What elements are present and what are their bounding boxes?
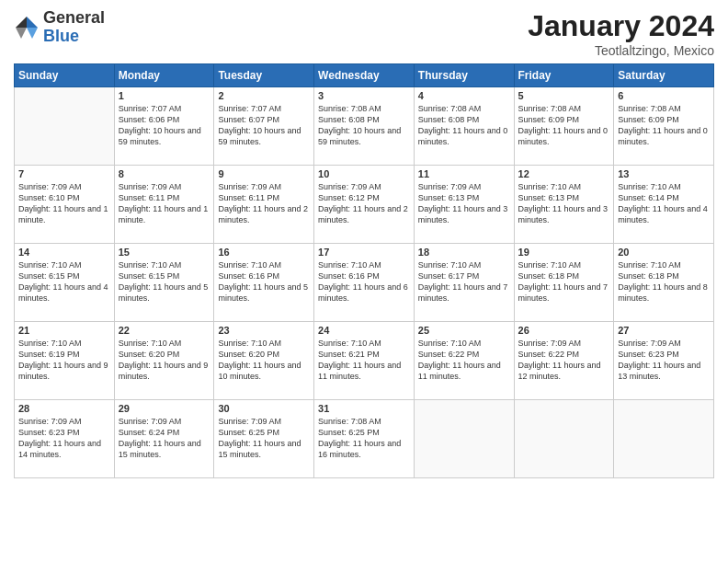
- table-row: 6Sunrise: 7:08 AM Sunset: 6:09 PM Daylig…: [614, 87, 714, 166]
- svg-marker-0: [27, 17, 38, 28]
- table-row: 7Sunrise: 7:09 AM Sunset: 6:10 PM Daylig…: [15, 166, 115, 244]
- day-number: 7: [18, 168, 110, 179]
- day-info: Sunrise: 7:10 AM Sunset: 6:14 PM Dayligh…: [618, 181, 710, 226]
- day-number: 3: [318, 90, 410, 101]
- day-info: Sunrise: 7:08 AM Sunset: 6:08 PM Dayligh…: [318, 103, 410, 148]
- day-info: Sunrise: 7:10 AM Sunset: 6:17 PM Dayligh…: [418, 259, 510, 304]
- day-info: Sunrise: 7:09 AM Sunset: 6:23 PM Dayligh…: [618, 338, 710, 383]
- day-number: 4: [418, 90, 510, 101]
- table-row: 10Sunrise: 7:09 AM Sunset: 6:12 PM Dayli…: [314, 166, 415, 244]
- table-row: [514, 400, 614, 478]
- title-location: Teotlaltzingo, Mexico: [528, 43, 714, 58]
- table-row: 11Sunrise: 7:09 AM Sunset: 6:13 PM Dayli…: [414, 166, 514, 244]
- day-number: 27: [618, 325, 710, 336]
- day-number: 13: [618, 168, 710, 179]
- logo-general: General: [43, 9, 105, 28]
- table-row: [414, 400, 514, 478]
- table-row: 19Sunrise: 7:10 AM Sunset: 6:18 PM Dayli…: [514, 244, 614, 322]
- day-info: Sunrise: 7:07 AM Sunset: 6:06 PM Dayligh…: [119, 103, 210, 148]
- table-row: 4Sunrise: 7:08 AM Sunset: 6:08 PM Daylig…: [414, 87, 514, 166]
- day-info: Sunrise: 7:10 AM Sunset: 6:18 PM Dayligh…: [518, 259, 610, 304]
- day-number: 24: [318, 325, 410, 336]
- table-row: [614, 400, 714, 478]
- page: General Blue January 2024 Teotlaltzingo,…: [0, 0, 728, 563]
- table-row: 5Sunrise: 7:08 AM Sunset: 6:09 PM Daylig…: [514, 87, 614, 166]
- logo-blue: Blue: [43, 28, 105, 46]
- day-info: Sunrise: 7:08 AM Sunset: 6:25 PM Dayligh…: [318, 416, 410, 461]
- day-info: Sunrise: 7:10 AM Sunset: 6:18 PM Dayligh…: [618, 259, 710, 304]
- col-tuesday: Tuesday: [214, 64, 314, 87]
- table-row: 18Sunrise: 7:10 AM Sunset: 6:17 PM Dayli…: [414, 244, 514, 322]
- day-info: Sunrise: 7:09 AM Sunset: 6:25 PM Dayligh…: [218, 416, 310, 461]
- title-month: January 2024: [528, 9, 714, 43]
- table-row: 14Sunrise: 7:10 AM Sunset: 6:15 PM Dayli…: [15, 244, 115, 322]
- day-number: 22: [119, 325, 210, 336]
- day-info: Sunrise: 7:09 AM Sunset: 6:22 PM Dayligh…: [518, 338, 610, 383]
- col-sunday: Sunday: [15, 64, 115, 87]
- day-info: Sunrise: 7:10 AM Sunset: 6:22 PM Dayligh…: [418, 338, 510, 383]
- table-row: 2Sunrise: 7:07 AM Sunset: 6:07 PM Daylig…: [214, 87, 314, 166]
- day-info: Sunrise: 7:10 AM Sunset: 6:20 PM Dayligh…: [218, 338, 310, 383]
- day-info: Sunrise: 7:09 AM Sunset: 6:11 PM Dayligh…: [119, 181, 210, 226]
- day-number: 19: [518, 247, 610, 258]
- day-info: Sunrise: 7:10 AM Sunset: 6:15 PM Dayligh…: [18, 259, 110, 304]
- svg-marker-2: [16, 17, 27, 28]
- table-row: [15, 87, 115, 166]
- day-info: Sunrise: 7:10 AM Sunset: 6:21 PM Dayligh…: [318, 338, 410, 383]
- day-info: Sunrise: 7:10 AM Sunset: 6:15 PM Dayligh…: [119, 259, 210, 304]
- day-number: 29: [119, 403, 210, 414]
- day-number: 26: [518, 325, 610, 336]
- day-number: 18: [418, 247, 510, 258]
- table-row: 17Sunrise: 7:10 AM Sunset: 6:16 PM Dayli…: [314, 244, 415, 322]
- day-number: 6: [618, 90, 710, 101]
- table-row: 16Sunrise: 7:10 AM Sunset: 6:16 PM Dayli…: [214, 244, 314, 322]
- day-info: Sunrise: 7:10 AM Sunset: 6:19 PM Dayligh…: [18, 338, 110, 383]
- day-number: 14: [18, 247, 110, 258]
- day-number: 21: [18, 325, 110, 336]
- day-number: 1: [119, 90, 210, 101]
- logo-icon: [14, 15, 40, 40]
- day-info: Sunrise: 7:08 AM Sunset: 6:08 PM Dayligh…: [418, 103, 510, 148]
- svg-marker-1: [27, 28, 38, 39]
- table-row: 27Sunrise: 7:09 AM Sunset: 6:23 PM Dayli…: [614, 322, 714, 400]
- day-number: 5: [518, 90, 610, 101]
- day-info: Sunrise: 7:10 AM Sunset: 6:16 PM Dayligh…: [318, 259, 410, 304]
- day-info: Sunrise: 7:10 AM Sunset: 6:16 PM Dayligh…: [218, 259, 310, 304]
- table-row: 12Sunrise: 7:10 AM Sunset: 6:13 PM Dayli…: [514, 166, 614, 244]
- table-row: 3Sunrise: 7:08 AM Sunset: 6:08 PM Daylig…: [314, 87, 415, 166]
- col-thursday: Thursday: [414, 64, 514, 87]
- table-row: 1Sunrise: 7:07 AM Sunset: 6:06 PM Daylig…: [114, 87, 214, 166]
- day-info: Sunrise: 7:08 AM Sunset: 6:09 PM Dayligh…: [618, 103, 710, 148]
- table-row: 22Sunrise: 7:10 AM Sunset: 6:20 PM Dayli…: [114, 322, 214, 400]
- table-row: 8Sunrise: 7:09 AM Sunset: 6:11 PM Daylig…: [114, 166, 214, 244]
- day-info: Sunrise: 7:09 AM Sunset: 6:11 PM Dayligh…: [218, 181, 310, 226]
- header-row: Sunday Monday Tuesday Wednesday Thursday…: [15, 64, 714, 87]
- table-row: 20Sunrise: 7:10 AM Sunset: 6:18 PM Dayli…: [614, 244, 714, 322]
- table-row: 13Sunrise: 7:10 AM Sunset: 6:14 PM Dayli…: [614, 166, 714, 244]
- table-row: 31Sunrise: 7:08 AM Sunset: 6:25 PM Dayli…: [314, 400, 415, 478]
- table-row: 26Sunrise: 7:09 AM Sunset: 6:22 PM Dayli…: [514, 322, 614, 400]
- day-number: 17: [318, 247, 410, 258]
- day-info: Sunrise: 7:09 AM Sunset: 6:24 PM Dayligh…: [119, 416, 210, 461]
- col-saturday: Saturday: [614, 64, 714, 87]
- table-row: 28Sunrise: 7:09 AM Sunset: 6:23 PM Dayli…: [15, 400, 115, 478]
- table-row: 9Sunrise: 7:09 AM Sunset: 6:11 PM Daylig…: [214, 166, 314, 244]
- day-info: Sunrise: 7:10 AM Sunset: 6:20 PM Dayligh…: [119, 338, 210, 383]
- day-number: 8: [119, 168, 210, 179]
- day-number: 31: [318, 403, 410, 414]
- header: General Blue January 2024 Teotlaltzingo,…: [14, 9, 714, 58]
- day-info: Sunrise: 7:09 AM Sunset: 6:23 PM Dayligh…: [18, 416, 110, 461]
- day-info: Sunrise: 7:07 AM Sunset: 6:07 PM Dayligh…: [218, 103, 310, 148]
- day-number: 11: [418, 168, 510, 179]
- table-row: 23Sunrise: 7:10 AM Sunset: 6:20 PM Dayli…: [214, 322, 314, 400]
- table-row: 29Sunrise: 7:09 AM Sunset: 6:24 PM Dayli…: [114, 400, 214, 478]
- table-row: 21Sunrise: 7:10 AM Sunset: 6:19 PM Dayli…: [15, 322, 115, 400]
- day-number: 9: [218, 168, 310, 179]
- day-number: 25: [418, 325, 510, 336]
- col-wednesday: Wednesday: [314, 64, 415, 87]
- day-number: 12: [518, 168, 610, 179]
- table-row: 15Sunrise: 7:10 AM Sunset: 6:15 PM Dayli…: [114, 244, 214, 322]
- col-monday: Monday: [114, 64, 214, 87]
- day-number: 30: [218, 403, 310, 414]
- day-number: 20: [618, 247, 710, 258]
